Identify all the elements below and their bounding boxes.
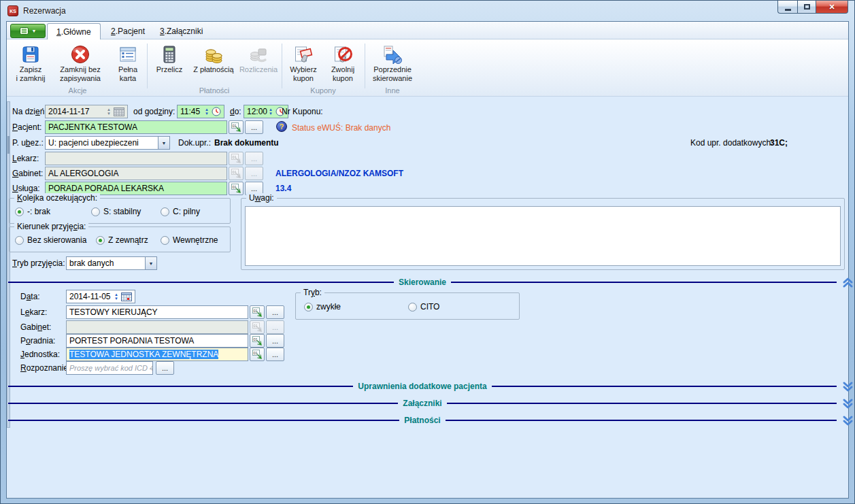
referral-clinic-label: Poradnia:: [20, 336, 55, 346]
section-header-platnosci: Płatności: [8, 414, 854, 426]
with-payment-button[interactable]: Z płatnością: [189, 41, 238, 86]
tab-pacjent[interactable]: 2.Pacjent: [102, 23, 154, 39]
calendar-icon[interactable]: [114, 107, 124, 116]
window-controls: ✕: [777, 1, 848, 14]
referral-unit-browse-button[interactable]: ...: [266, 348, 284, 361]
patient-field[interactable]: PACJENTKA TESTOWA: [45, 120, 227, 134]
date-spinner[interactable]: ▲▼: [107, 107, 111, 116]
lookup-01-icon: 01: [231, 122, 241, 132]
referral-office-browse-button: ...: [266, 320, 284, 334]
previous-referral-button[interactable]: Poprzednie skierowanie: [367, 41, 418, 86]
svg-text:01: 01: [254, 324, 258, 328]
radio-icon: [91, 207, 100, 216]
chevron-down-icon: ▼: [32, 29, 37, 33]
full-card-button[interactable]: Pełna karta: [112, 41, 144, 86]
queue-option-brak[interactable]: -: brak: [15, 207, 50, 216]
section-line: [8, 386, 353, 387]
referral-diagnosis-browse-button[interactable]: ...: [156, 361, 174, 375]
svg-text:01: 01: [233, 155, 237, 159]
from-time-field[interactable]: 11:45 ▲▼: [177, 105, 224, 118]
referral-diagnosis-field[interactable]: Proszę wybrać kod ICD 4-...: [66, 361, 153, 375]
calendar-icon[interactable]: [121, 292, 132, 301]
release-coupon-button[interactable]: Zwolnij kupon: [325, 41, 361, 86]
direction-option-wewnetrzne[interactable]: Wewnętrzne: [161, 235, 218, 245]
svg-text:01: 01: [233, 124, 237, 128]
referral-unit-field[interactable]: TESTOWA JEDNOSTKA ZEWNĘTRZNA: [66, 348, 248, 361]
close-without-saving-button[interactable]: Zamknij bez zapisywania: [50, 41, 110, 86]
date-spinner[interactable]: ▲▼: [114, 292, 118, 301]
insurance-dropdown[interactable]: U: pacjenci ubezpieczeni ▼: [45, 136, 170, 150]
doctor-lookup-button: 01: [229, 152, 244, 165]
visit-date-field[interactable]: 2014-11-17 ▲▼: [45, 105, 128, 118]
left-splitter[interactable]: [7, 101, 10, 428]
direction-option-z-zewnatrz[interactable]: Z zewnątrz: [96, 235, 148, 245]
mode-option-zwykle[interactable]: zwykłe: [304, 302, 341, 312]
time-spinner[interactable]: ▲▼: [269, 107, 273, 116]
expand-down-icon[interactable]: [841, 398, 854, 409]
svg-text:01: 01: [254, 337, 258, 341]
referral-office-field: [66, 320, 248, 334]
lookup-01-icon: 01: [231, 184, 241, 193]
patient-label: Pacjent:: [12, 122, 41, 132]
office-field: AL ALERGOLOGIA: [45, 167, 227, 180]
referral-doctor-label: Lekarz:: [20, 307, 47, 317]
group-label-platnosci: Płatności: [148, 86, 280, 95]
service-lookup-button[interactable]: 01: [229, 182, 244, 195]
maximize-button[interactable]: [797, 1, 816, 14]
service-info-text: 13.4: [275, 184, 291, 193]
group-label-kupony: Kupony: [283, 86, 363, 95]
referral-mode-title: Tryb:: [301, 288, 324, 297]
recalculate-button[interactable]: Przelicz: [151, 41, 188, 86]
select-coupon-icon: [292, 44, 314, 65]
ewus-question-icon[interactable]: ?: [276, 121, 287, 132]
previous-referral-icon: [382, 44, 403, 65]
section-header-uprawnienia: Uprawnienia dodatkowe pacjenta: [8, 380, 854, 392]
lookup-01-icon: 01: [252, 307, 262, 317]
expand-down-icon[interactable]: [841, 415, 854, 426]
tab-zalaczniki[interactable]: 3.Załączniki: [151, 23, 212, 39]
queue-option-pilny[interactable]: C: pilny: [161, 207, 200, 216]
save-and-close-button[interactable]: Zapisz i zamknij: [10, 41, 52, 86]
referral-clinic-browse-button[interactable]: ...: [266, 334, 284, 348]
patient-lookup-button[interactable]: 01: [229, 120, 244, 134]
tab-glowne[interactable]: 1.Główne: [47, 23, 101, 40]
select-coupon-button[interactable]: Wybierz kupon: [284, 41, 322, 86]
save-icon: [20, 44, 41, 65]
minimize-icon: [785, 9, 791, 11]
direction-option-bez-skierowania[interactable]: Bez skierowania: [15, 235, 86, 245]
referral-doctor-lookup-button[interactable]: 01: [250, 305, 265, 319]
mode-option-cito[interactable]: CITO: [408, 302, 439, 312]
extra-rights-label: Kod upr. dodatkowych:: [690, 138, 773, 148]
referral-doctor-browse-button[interactable]: ...: [266, 305, 284, 319]
referral-clinic-lookup-button[interactable]: 01: [250, 334, 265, 348]
expand-down-icon[interactable]: [841, 381, 854, 392]
clock-icon[interactable]: [212, 107, 221, 116]
admission-mode-label: Tryb przyjęcia:: [12, 258, 65, 268]
radio-icon: [304, 303, 313, 312]
patient-browse-button[interactable]: ...: [245, 120, 263, 134]
minimize-button[interactable]: [777, 1, 797, 14]
tab-strip: ▼ 1.Główne 2.Pacjent 3.Załączniki: [7, 22, 848, 39]
office-lookup-button: 01: [229, 167, 244, 180]
group-label-akcje: Akcje: [10, 86, 146, 95]
referral-doctor-field[interactable]: TESTOWY KIERUJĄCY: [66, 305, 248, 319]
time-spinner[interactable]: ▲▼: [205, 107, 209, 116]
section-line: [447, 403, 837, 404]
referral-clinic-field[interactable]: PORTEST PORADNIA TESTOWA: [66, 334, 248, 348]
dropdown-arrow-icon: ▼: [145, 257, 156, 269]
referral-diagnosis-label: Rozpoznanie:: [20, 363, 70, 373]
extra-rights-value: 31C;: [770, 138, 788, 148]
lookup-01-icon: 01: [231, 169, 241, 178]
insurance-label: P. ubez.:: [12, 138, 44, 148]
notes-textarea[interactable]: [245, 206, 841, 266]
close-button[interactable]: ✕: [816, 1, 848, 14]
service-label: Usługa:: [12, 184, 40, 193]
application-menu-button[interactable]: ▼: [10, 24, 46, 38]
admission-mode-dropdown[interactable]: brak danych ▼: [66, 256, 157, 270]
calculator-icon: [158, 44, 180, 65]
referral-date-field[interactable]: 2014-11-05 ▲▼: [66, 290, 135, 303]
queue-option-stabilny[interactable]: S: stabilny: [91, 207, 141, 216]
referral-unit-lookup-button[interactable]: 01: [250, 348, 265, 361]
referral-office-label: Gabinet:: [20, 322, 51, 332]
collapse-up-icon[interactable]: [841, 277, 854, 288]
